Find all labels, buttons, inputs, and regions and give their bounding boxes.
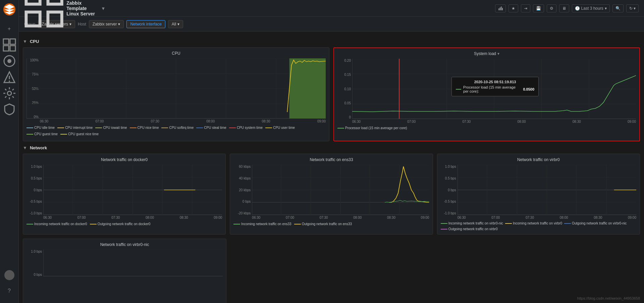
legend-virbr0-in: Incoming network traffic on virbr0 — [505, 221, 562, 225]
svg-rect-2 — [3, 46, 9, 51]
app-logo — [3, 3, 15, 15]
sysload-chart-canvas: 2020-10-25 08:51:19.813 Processor load (… — [352, 59, 636, 119]
network-section-header: ▼ Network — [23, 145, 640, 150]
user-avatar[interactable] — [4, 270, 14, 280]
virbr0-x-labels: 06:30 07:00 07:30 08:00 08:30 09:00 — [441, 216, 636, 219]
network-all-value: All — [172, 22, 176, 27]
network-collapse-chevron[interactable]: ▼ — [23, 145, 27, 150]
virbr0-canvas — [458, 165, 636, 215]
virbr0-nic-area: 1.0 bps 0 bps — [26, 250, 223, 276]
search-button[interactable]: 🔍 — [612, 4, 624, 12]
virbr0-nic-section: Network traffic on virbr0-nic 1.0 bps 0 … — [23, 239, 226, 303]
alerts-icon[interactable] — [3, 70, 16, 84]
ens33-title: Network traffic on ens33 — [233, 157, 429, 162]
docker0-title: Network traffic on docker0 — [26, 157, 222, 162]
legend-docker0-out: Outgoing network traffic on docker0 — [90, 222, 151, 226]
network-all-dropdown[interactable]: All ▾ — [168, 20, 183, 28]
dashboard-icon[interactable] — [3, 38, 16, 52]
legend-cpu-iowait: CPU iowait time — [95, 126, 127, 130]
svg-rect-11 — [26, 12, 40, 26]
legend-processor-load: Processor load (15 min average per core) — [337, 126, 407, 130]
legend-virbr0-out: Outgoing network traffic on virbr0 — [441, 227, 498, 231]
config-button[interactable]: ⚙ — [547, 4, 556, 12]
legend-cpu-guest-nice: CPU guest nice time — [60, 132, 99, 136]
filterbar: Group Zabbix servers ▾ Host Zabbix serve… — [19, 17, 644, 32]
network-interface-button[interactable]: Network interface — [126, 20, 165, 28]
monitoring-icon[interactable] — [3, 54, 16, 68]
ens33-chart-area: 60 kbps 40 kbps 20 kbps 0 bps -20 kbps — [233, 165, 429, 215]
svg-rect-12 — [48, 12, 62, 26]
virbr0-nic-chart-panel: Network traffic on virbr0-nic 1.0 bps 0 … — [23, 239, 226, 303]
network-chevron: ▾ — [177, 22, 179, 27]
sysload-legend: Processor load (15 min average per core) — [337, 126, 636, 130]
docker0-y-labels: 1.0 bps 0.5 bps 0 bps -0.5 bps -1.0 bps — [26, 165, 43, 215]
docker0-legend: Incoming network traffic on docker0 Outg… — [26, 222, 222, 226]
time-range-button[interactable]: 🕐 Last 3 hours ▾ — [572, 4, 610, 12]
shield-icon[interactable] — [3, 103, 16, 116]
svg-point-5 — [7, 59, 11, 63]
sidebar: + ? — [0, 0, 19, 303]
svg-rect-9 — [26, 0, 40, 4]
network-charts-grid: Network traffic on docker0 1.0 bps 0.5 b… — [23, 154, 640, 235]
title-dropdown-icon[interactable]: ▾ — [102, 6, 104, 11]
cpu-chart-legend: CPU idle time CPU interrupt time CPU iow… — [26, 126, 326, 136]
time-label: Last 3 hours — [581, 6, 603, 11]
time-dropdown-icon: ▾ — [605, 6, 607, 11]
system-load-title: System load ▾ — [337, 51, 636, 56]
host-chevron: ▾ — [118, 22, 120, 27]
system-load-chart-area: 0.20 0.15 0.10 0.05 0 — [337, 59, 636, 119]
display-button[interactable]: 🖥 — [559, 4, 569, 12]
docker0-x-labels: 06:30 07:00 07:30 08:00 08:30 09:00 — [26, 216, 222, 219]
svg-rect-15 — [501, 6, 501, 10]
virbr0-chart-area: 1.0 bps 0.5 bps 0 bps -0.5 bps -1.0 bps — [441, 165, 636, 215]
cpu-chart-panel: CPU 100% 75% 50% 25% 0% — [23, 47, 329, 141]
cpu-chart-title: CPU — [26, 51, 326, 56]
svg-rect-13 — [498, 8, 499, 10]
cpu-collapse-chevron[interactable]: ▼ — [23, 39, 27, 44]
topbar-actions: ★ ⇥ 💾 ⚙ 🖥 🕐 Last 3 hours ▾ 🔍 ↻ ▾ — [495, 4, 639, 12]
ens33-chart-panel: Network traffic on ens33 60 kbps 40 kbps… — [230, 154, 433, 235]
cpu-section-label: CPU — [30, 39, 39, 44]
virbr0-title: Network traffic on virbr0 — [441, 157, 636, 162]
legend-cpu-guest: CPU guest time — [26, 132, 58, 136]
clock-icon: 🕐 — [575, 6, 580, 11]
ens33-legend: Incoming network traffic on ens33 Outgoi… — [233, 222, 429, 226]
ens33-canvas — [252, 165, 429, 215]
metrics-button[interactable] — [495, 4, 506, 12]
add-icon[interactable]: + — [3, 22, 16, 36]
network-section-label: Network — [30, 145, 47, 150]
refresh-button[interactable]: ↻ ▾ — [626, 4, 639, 12]
legend-cpu-softirq: CPU softirq time — [161, 126, 194, 130]
cpu-chart-area: 100% 75% 50% 25% 0% — [26, 58, 326, 119]
save-button[interactable]: 💾 — [533, 4, 544, 12]
legend-cpu-nice: CPU nice time — [130, 126, 159, 130]
sysload-y-labels: 0.20 0.15 0.10 0.05 0 — [337, 59, 352, 119]
docker0-chart-area: 1.0 bps 0.5 bps 0 bps -0.5 bps -1.0 bps — [26, 165, 222, 215]
settings-icon[interactable] — [3, 87, 16, 100]
cpu-section-header: ▼ CPU — [23, 39, 640, 44]
legend-cpu-interrupt: CPU interrupt time — [57, 126, 93, 130]
virbr0-nic-canvas — [43, 250, 223, 276]
ens33-y-labels: 60 kbps 40 kbps 20 kbps 0 bps -20 kbps — [233, 165, 252, 215]
help-icon[interactable]: ? — [3, 284, 16, 298]
svg-rect-16 — [502, 8, 503, 10]
svg-rect-3 — [10, 46, 15, 51]
cpu-chart-canvas — [26, 58, 326, 119]
legend-cpu-user: CPU user time — [265, 126, 295, 130]
legend-virbr0-nic-out: Outgoing network traffic on virbr0-nic — [564, 221, 627, 225]
sysload-x-labels: 06:30 07:00 07:30 08:00 08:30 09:00 — [337, 120, 636, 123]
svg-point-8 — [7, 91, 11, 95]
virbr0-y-labels: 1.0 bps 0.5 bps 0 bps -0.5 bps -1.0 bps — [441, 165, 458, 215]
legend-docker0-in: Incoming network traffic on docker0 — [26, 222, 87, 226]
url-footer: https://blog.csdn.net/weixin_44953658 — [577, 296, 640, 300]
virbr0-legend: Incoming network traffic on virbr0-nic I… — [441, 221, 636, 231]
star-button[interactable]: ★ — [508, 4, 518, 12]
cpu-charts-grid: CPU 100% 75% 50% 25% 0% — [23, 47, 640, 141]
network-interface-label: Network interface — [130, 22, 161, 27]
svg-rect-14 — [500, 7, 500, 10]
docker0-chart-panel: Network traffic on docker0 1.0 bps 0.5 b… — [23, 154, 226, 235]
cpu-x-labels: 06:30 07:00 07:30 08:00 08:30 09:00 — [26, 119, 326, 123]
share-button[interactable]: ⇥ — [521, 4, 530, 12]
system-load-dropdown-icon[interactable]: ▾ — [497, 51, 499, 56]
svg-rect-1 — [10, 39, 15, 44]
